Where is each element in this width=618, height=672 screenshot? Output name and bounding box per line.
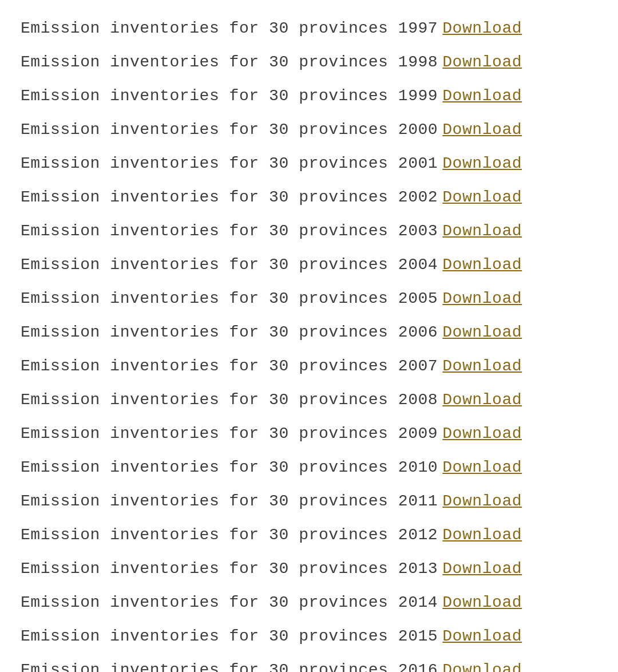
download-link[interactable]: Download: [442, 323, 522, 341]
list-item: Emission inventories for 30 provinces 20…: [21, 417, 597, 450]
list-item: Emission inventories for 30 provinces 20…: [21, 214, 597, 248]
inventory-label: Emission inventories for 30 provinces 20…: [21, 594, 438, 611]
inventory-label: Emission inventories for 30 provinces 20…: [21, 357, 438, 375]
list-item: Emission inventories for 30 provinces 20…: [21, 484, 597, 518]
list-item: Emission inventories for 30 provinces 20…: [21, 147, 597, 180]
list-item: Emission inventories for 30 provinces 20…: [21, 349, 597, 383]
inventory-label: Emission inventories for 30 provinces 20…: [21, 155, 438, 172]
list-item: Emission inventories for 30 provinces 20…: [21, 282, 597, 315]
list-item: Emission inventories for 30 provinces 20…: [21, 248, 597, 282]
download-link[interactable]: Download: [442, 391, 522, 409]
download-link[interactable]: Download: [442, 357, 522, 375]
inventory-label: Emission inventories for 30 provinces 20…: [21, 492, 438, 510]
list-item: Emission inventories for 30 provinces 20…: [21, 315, 597, 349]
list-item: Emission inventories for 30 provinces 20…: [21, 552, 597, 586]
inventory-label: Emission inventories for 30 provinces 20…: [21, 661, 438, 672]
inventory-label: Emission inventories for 30 provinces 19…: [21, 87, 438, 105]
download-link[interactable]: Download: [442, 19, 522, 37]
inventory-label: Emission inventories for 30 provinces 19…: [21, 53, 438, 71]
inventory-label: Emission inventories for 30 provinces 20…: [21, 290, 438, 307]
download-link[interactable]: Download: [442, 594, 522, 611]
inventory-label: Emission inventories for 30 provinces 20…: [21, 256, 438, 274]
inventory-label: Emission inventories for 30 provinces 20…: [21, 560, 438, 578]
list-item: Emission inventories for 30 provinces 19…: [21, 45, 597, 79]
inventory-label: Emission inventories for 30 provinces 20…: [21, 526, 438, 544]
inventory-label: Emission inventories for 30 provinces 20…: [21, 425, 438, 442]
list-item: Emission inventories for 30 provinces 20…: [21, 518, 597, 552]
download-link[interactable]: Download: [442, 458, 522, 476]
inventory-label: Emission inventories for 30 provinces 19…: [21, 19, 438, 37]
download-link[interactable]: Download: [442, 627, 522, 645]
list-item: Emission inventories for 30 provinces 20…: [21, 586, 597, 619]
download-link[interactable]: Download: [442, 188, 522, 206]
list-item: Emission inventories for 30 provinces 20…: [21, 653, 597, 672]
list-item: Emission inventories for 30 provinces 20…: [21, 619, 597, 653]
list-item: Emission inventories for 30 provinces 20…: [21, 180, 597, 214]
download-link[interactable]: Download: [442, 492, 522, 510]
download-link[interactable]: Download: [442, 256, 522, 274]
download-link[interactable]: Download: [442, 87, 522, 105]
download-link[interactable]: Download: [442, 560, 522, 578]
inventory-label: Emission inventories for 30 provinces 20…: [21, 391, 438, 409]
list-item: Emission inventories for 30 provinces 19…: [21, 79, 597, 113]
download-link[interactable]: Download: [442, 290, 522, 307]
inventory-list: Emission inventories for 30 provinces 19…: [21, 11, 597, 672]
inventory-label: Emission inventories for 30 provinces 20…: [21, 188, 438, 206]
list-item: Emission inventories for 30 provinces 20…: [21, 113, 597, 147]
inventory-label: Emission inventories for 30 provinces 20…: [21, 222, 438, 240]
download-link[interactable]: Download: [442, 121, 522, 139]
download-link[interactable]: Download: [442, 425, 522, 442]
list-item: Emission inventories for 30 provinces 20…: [21, 450, 597, 484]
download-link[interactable]: Download: [442, 222, 522, 240]
inventory-label: Emission inventories for 30 provinces 20…: [21, 458, 438, 476]
inventory-label: Emission inventories for 30 provinces 20…: [21, 323, 438, 341]
download-link[interactable]: Download: [442, 526, 522, 544]
list-item: Emission inventories for 30 provinces 19…: [21, 11, 597, 45]
download-link[interactable]: Download: [442, 661, 522, 672]
list-item: Emission inventories for 30 provinces 20…: [21, 383, 597, 417]
download-link[interactable]: Download: [442, 155, 522, 172]
download-link[interactable]: Download: [442, 53, 522, 71]
inventory-label: Emission inventories for 30 provinces 20…: [21, 627, 438, 645]
inventory-label: Emission inventories for 30 provinces 20…: [21, 121, 438, 139]
